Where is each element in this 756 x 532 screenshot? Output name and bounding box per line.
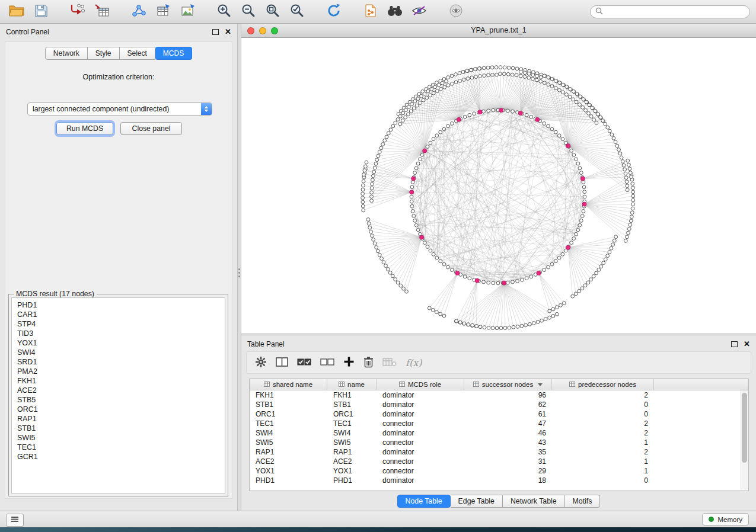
mcds-result-item[interactable]: FKH1 [12,376,225,386]
import-table-button[interactable] [91,2,113,21]
table-row[interactable]: FKH1FKH1dominator962 [250,390,748,400]
tab-style[interactable]: Style [88,47,120,60]
table-cell[interactable]: 2 [552,390,654,400]
mcds-result-item[interactable]: STB5 [12,395,225,405]
delete-button[interactable] [363,356,374,370]
table-cell[interactable]: YOX1 [250,466,327,476]
table-cell[interactable]: STB1 [250,400,327,409]
table-row[interactable]: ACE2ACE2connector311 [250,457,748,466]
close-panel-button[interactable]: Close panel [120,122,182,135]
table-cell[interactable]: TEC1 [250,419,327,428]
table-cell[interactable]: 2 [552,428,654,438]
mcds-result-item[interactable]: TEC1 [12,443,225,452]
select-all-button[interactable] [297,357,311,368]
table-cell[interactable]: SWI4 [250,428,327,438]
table-cell[interactable]: dominator [377,409,464,419]
column-header-shared-name[interactable]: shared name [250,379,327,390]
table-cell[interactable]: SWI5 [327,438,377,447]
table-cell[interactable]: dominator [377,390,464,400]
tab-motifs[interactable]: Motifs [565,495,601,508]
mcds-result-item[interactable]: STB1 [12,424,225,433]
zoom-fit-button[interactable] [262,2,283,21]
tab-select[interactable]: Select [120,47,155,60]
splitter-handle[interactable] [238,265,241,280]
table-cell[interactable]: connector [377,466,464,476]
table-cell[interactable]: 1 [552,457,654,466]
table-cell[interactable]: 43 [464,438,552,447]
tab-network[interactable]: Network [45,47,88,60]
table-cell[interactable]: 1 [552,466,654,476]
table-cell[interactable]: ORC1 [327,409,377,419]
mcds-result-item[interactable]: STP4 [12,319,225,329]
table-cell[interactable]: RAP1 [327,447,377,457]
window-close-button[interactable] [247,27,254,34]
table-cell[interactable]: 61 [464,409,552,419]
show-hide-button[interactable] [445,2,467,21]
table-cell[interactable]: 2 [552,447,654,457]
deselect-all-button[interactable] [320,357,334,368]
search-network-button[interactable] [384,2,406,21]
zoom-out-button[interactable] [238,2,259,21]
new-network-button[interactable] [128,2,149,21]
vertical-splitter[interactable] [237,24,241,511]
table-cell[interactable]: 29 [464,466,552,476]
table-scrollbar[interactable] [741,390,748,489]
toggle-graphics-details-button[interactable] [409,2,430,21]
table-cell[interactable]: 1 [552,438,654,447]
column-header-mcds-role[interactable]: MCDS role [377,379,464,390]
network-snapshot-button[interactable] [360,2,381,21]
zoom-in-button[interactable] [213,2,235,21]
run-mcds-button[interactable]: Run MCDS [56,122,113,135]
table-cell[interactable]: 0 [552,400,654,409]
network-graph[interactable] [241,38,756,333]
table-cell[interactable]: 47 [464,419,552,428]
mcds-result-item[interactable]: SRD1 [12,357,225,367]
save-session-button[interactable] [30,2,52,21]
table-cell[interactable]: dominator [377,428,464,438]
show-columns-button[interactable] [276,357,288,369]
table-cell[interactable]: 46 [464,428,552,438]
mcds-result-item[interactable]: PHD1 [12,300,225,310]
network-window-titlebar[interactable]: YPA_prune.txt_1 [241,24,756,38]
float-table-panel-icon[interactable] [731,341,738,347]
table-cell[interactable]: 0 [552,409,654,419]
tab-mcds[interactable]: MCDS [155,47,192,60]
table-cell[interactable]: 18 [464,476,552,485]
table-row[interactable]: SWI4SWI4dominator462 [250,428,748,438]
table-cell[interactable]: 0 [552,476,654,485]
network-view-canvas[interactable] [241,38,756,333]
table-row[interactable]: ORC1ORC1dominator610 [250,409,748,419]
tab-edge-table[interactable]: Edge Table [451,495,503,508]
table-cell[interactable]: dominator [377,400,464,409]
table-cell[interactable]: 2 [552,419,654,428]
mcds-result-item[interactable]: ACE2 [12,386,225,395]
table-row[interactable]: PHD1PHD1dominator180 [250,476,748,485]
table-cell[interactable]: connector [377,438,464,447]
table-cell[interactable]: connector [377,457,464,466]
table-cell[interactable]: 96 [464,390,552,400]
mcds-result-item[interactable]: ORC1 [12,405,225,414]
criterion-dropdown[interactable]: largest connected component (undirected) [27,102,212,116]
table-cell[interactable]: ACE2 [250,457,327,466]
window-zoom-button[interactable] [271,27,278,34]
mcds-result-item[interactable]: GCR1 [12,452,225,462]
table-cell[interactable]: ACE2 [327,457,377,466]
refresh-view-button[interactable] [323,2,344,21]
column-header-predecessor-nodes[interactable]: predecessor nodes [552,379,654,390]
table-cell[interactable]: FKH1 [250,390,327,400]
new-table-button[interactable] [152,2,174,21]
import-network-button[interactable] [67,2,88,21]
table-cell[interactable]: ORC1 [250,409,327,419]
mcds-result-item[interactable]: YOX1 [12,338,225,348]
mcds-result-item[interactable]: TID3 [12,329,225,338]
table-row[interactable]: SWI5SWI5connector431 [250,438,748,447]
table-cell[interactable]: RAP1 [250,447,327,457]
tab-network-table[interactable]: Network Table [503,495,565,508]
table-cell[interactable]: PHD1 [327,476,377,485]
table-row[interactable]: RAP1RAP1dominator352 [250,447,748,457]
zoom-selected-button[interactable] [286,2,308,21]
table-cell[interactable]: TEC1 [327,419,377,428]
table-cell[interactable]: dominator [377,476,464,485]
table-cell[interactable]: SWI4 [327,428,377,438]
table-row[interactable]: YOX1YOX1connector291 [250,466,748,476]
